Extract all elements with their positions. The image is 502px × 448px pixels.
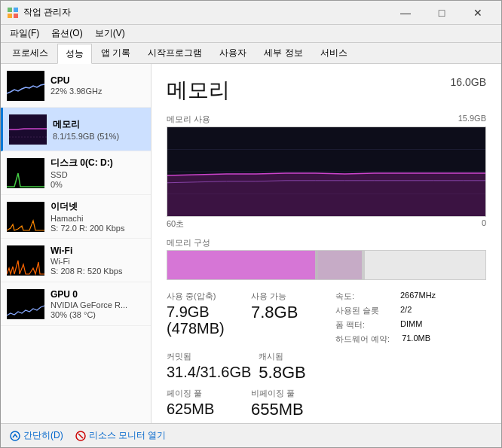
svg-rect-0: [8, 8, 12, 12]
menu-file[interactable]: 파일(F): [4, 26, 45, 41]
window-controls: — □ ✕: [388, 1, 495, 25]
committed-stat: 커밋됨 31.4/31.6GB: [167, 351, 251, 382]
wifi-detail1: Wi-Fi: [51, 257, 145, 266]
chart-time-right: 0: [482, 218, 486, 230]
sidebar-item-cpu[interactable]: CPU 22% 3.98GHz: [1, 64, 151, 108]
simplify-label: 간단히(D): [23, 429, 63, 442]
paged-stat: 페이징 풀 625MB: [167, 388, 243, 419]
wifi-info: Wi-Fi Wi-Fi S: 208 R: 520 Kbps: [51, 245, 145, 276]
sidebar-item-disk[interactable]: 디스크 0(C: D:) SSD 0%: [1, 151, 151, 195]
main-header: 메모리 16.0GB: [167, 76, 486, 105]
ethernet-info: 이더넷 Hamachi S: 72.0 R: 200 Kbps: [51, 200, 145, 233]
menu-bar: 파일(F) 옵션(O) 보기(V): [1, 25, 501, 43]
in-use-value: 7.9GB (478MB): [167, 303, 243, 337]
in-use-stat: 사용 중(압축) 7.9GB (478MB): [167, 291, 243, 345]
svg-rect-8: [7, 202, 44, 232]
ethernet-detail1: Hamachi: [51, 214, 145, 223]
svg-rect-20: [365, 251, 485, 280]
speed-row: 속도: 2667MHz: [335, 291, 486, 302]
tab-users[interactable]: 사용자: [211, 43, 255, 63]
speed-value: 2667MHz: [400, 291, 436, 302]
sidebar-item-wifi[interactable]: Wi-Fi Wi-Fi S: 208 R: 520 Kbps: [1, 239, 151, 282]
svg-rect-1: [14, 8, 18, 12]
chart-label-right: 15.9GB: [458, 114, 486, 125]
svg-rect-9: [7, 245, 44, 276]
disk-info: 디스크 0(C: D:) SSD 0%: [51, 157, 145, 189]
sidebar-item-ethernet[interactable]: 이더넷 Hamachi S: 72.0 R: 200 Kbps: [1, 195, 151, 239]
stats-row-1: 사용 중(압축) 7.9GB (478MB) 사용 가능 7.8GB 속도: 2…: [167, 291, 486, 345]
in-use-label: 사용 중(압축): [167, 291, 243, 302]
wifi-mini-chart: [7, 245, 44, 276]
committed-value: 31.4/31.6GB: [167, 364, 251, 380]
memory-mini-chart: [9, 114, 47, 145]
stats-row-2: 커밋됨 31.4/31.6GB 캐시됨 5.8GB: [167, 351, 486, 382]
sidebar-item-gpu[interactable]: GPU 0 NVIDIA GeForce R... 30% (38 °C): [1, 282, 151, 326]
memory-name: 메모리: [53, 118, 145, 131]
task-manager-window: 작업 관리자 — □ ✕ 파일(F) 옵션(O) 보기(V) 프로세스 성능 앱…: [0, 0, 502, 448]
memory-chart: [167, 126, 486, 217]
chart-label-left: 메모리 사용: [167, 114, 210, 125]
gpu-name: GPU 0: [51, 289, 145, 300]
cpu-detail: 22% 3.98GHz: [51, 87, 145, 96]
map-label: 메모리 구성: [167, 237, 486, 248]
minimize-button[interactable]: —: [388, 1, 423, 25]
svg-rect-16: [167, 251, 315, 280]
simplify-button[interactable]: 간단히(D): [10, 429, 63, 442]
tab-performance[interactable]: 성능: [57, 44, 92, 64]
wifi-detail2: S: 208 R: 520 Kbps: [51, 267, 145, 276]
gpu-mini-chart: [7, 289, 44, 319]
no-icon: [75, 431, 86, 441]
ethernet-mini-chart: [7, 202, 44, 232]
close-button[interactable]: ✕: [461, 1, 495, 25]
disk-detail2: 0%: [51, 180, 145, 189]
map-label-text: 메모리 구성: [167, 237, 210, 248]
svg-rect-3: [14, 14, 18, 18]
hw-reserved-value: 71.0MB: [402, 334, 430, 345]
tab-processes[interactable]: 프로세스: [4, 43, 57, 63]
main-panel: 메모리 16.0GB 메모리 사용 15.9GB: [152, 64, 501, 423]
hw-reserved-label: 하드웨어 예약:: [335, 334, 390, 345]
memory-map: [167, 250, 486, 280]
menu-view[interactable]: 보기(V): [89, 26, 131, 41]
resource-monitor-button[interactable]: 리소스 모니터 열기: [75, 429, 167, 442]
memory-chart-section: 메모리 사용 15.9GB: [167, 114, 486, 230]
form-factor-label: 폼 팩터:: [335, 319, 388, 331]
cpu-name: CPU: [51, 75, 145, 86]
svg-rect-2: [8, 14, 12, 18]
paged-label: 페이징 풀: [167, 388, 243, 399]
sidebar-item-memory[interactable]: 메모리 8.1/15.9GB (51%): [1, 108, 151, 151]
svg-rect-17: [315, 251, 317, 280]
svg-marker-15: [167, 173, 485, 216]
tab-startup[interactable]: 시작프로그램: [139, 43, 210, 63]
form-factor-row: 폼 팩터: DIMM: [335, 319, 486, 331]
right-stats-block: 속도: 2667MHz 사용된 슬롯 2/2 폼 팩터: DIMM 하드웨어: [335, 291, 486, 345]
tab-details[interactable]: 세부 정보: [256, 43, 311, 63]
chevron-up-icon: [10, 431, 20, 441]
tab-bar: 프로세스 성능 앱 기록 시작프로그램 사용자 세부 정보 서비스: [1, 43, 501, 64]
stats-row-3: 페이징 풀 625MB 비페이징 풀 655MB: [167, 388, 486, 419]
slots-value: 2/2: [400, 305, 412, 316]
available-label: 사용 가능: [251, 291, 328, 302]
chart-time-left: 60초: [167, 218, 184, 230]
menu-options[interactable]: 옵션(O): [45, 26, 88, 41]
content-area: CPU 22% 3.98GHz 메모리 8.1/15.9GB (51%): [1, 64, 501, 423]
footer: 간단히(D) 리소스 모니터 열기: [1, 423, 501, 447]
memory-detail: 8.1/15.9GB (51%): [53, 132, 145, 141]
svg-point-21: [11, 431, 20, 440]
tab-app-history[interactable]: 앱 기록: [93, 43, 139, 63]
gpu-info: GPU 0 NVIDIA GeForce R... 30% (38 °C): [51, 289, 145, 319]
ethernet-detail2: S: 72.0 R: 200 Kbps: [51, 224, 145, 233]
stats-area: 사용 중(압축) 7.9GB (478MB) 사용 가능 7.8GB 속도: 2…: [167, 291, 486, 419]
slots-label: 사용된 슬롯: [335, 305, 388, 316]
maximize-button[interactable]: □: [424, 1, 459, 25]
available-stat: 사용 가능 7.8GB: [251, 291, 328, 345]
svg-rect-19: [362, 251, 365, 280]
sidebar: CPU 22% 3.98GHz 메모리 8.1/15.9GB (51%): [1, 64, 152, 423]
title-bar: 작업 관리자 — □ ✕: [1, 1, 501, 25]
tab-services[interactable]: 서비스: [312, 43, 356, 63]
cpu-mini-chart: [7, 71, 44, 101]
gpu-detail1: NVIDIA GeForce R...: [51, 300, 145, 309]
form-factor-value: DIMM: [400, 319, 422, 331]
nonpaged-value: 655MB: [251, 401, 328, 419]
cached-value: 5.8GB: [259, 364, 328, 382]
